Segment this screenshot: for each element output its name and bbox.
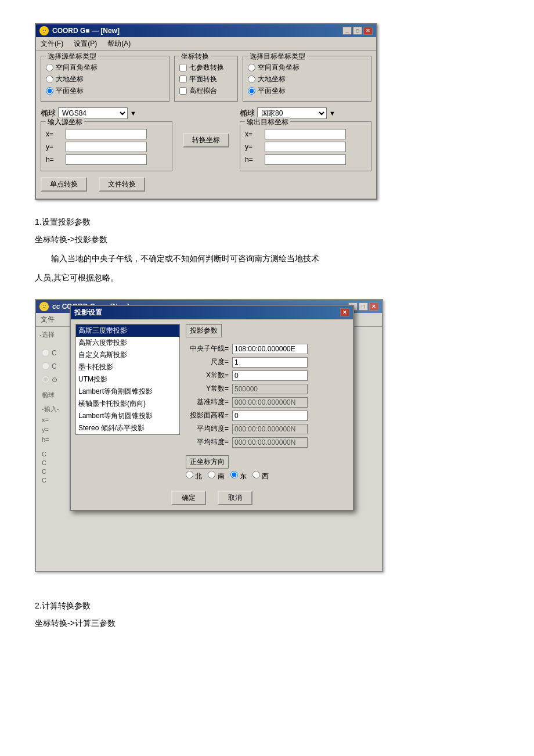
proj-item-4[interactable]: UTM投影 bbox=[76, 373, 179, 386]
single-point-button[interactable]: 单点转换 bbox=[41, 177, 87, 192]
bg-input-group: -输入- bbox=[42, 405, 59, 413]
body-text-3: 输入当地的中央子午线，不确定或不知如何判断时可咨询南方测绘当地技术 bbox=[35, 251, 499, 266]
source-radio-plane[interactable]: 平面坐标 bbox=[46, 86, 164, 96]
nav-text-2: 坐标转换->计算三参数 bbox=[35, 616, 499, 631]
transform-group: 坐标转换 七参数转换 平面转换 高程拟合 bbox=[174, 56, 238, 102]
param-input-proj-height[interactable] bbox=[232, 411, 308, 421]
check-plane[interactable]: 平面转换 bbox=[179, 74, 233, 84]
proj-item-6[interactable]: 横轴墨卡托投影(南向) bbox=[76, 398, 179, 410]
x-input-src[interactable] bbox=[66, 129, 147, 139]
convert-button[interactable]: 转换坐标 bbox=[183, 133, 229, 147]
projection-params: 投影参数 中央子午线= 尺度= X常数= Y常数= bbox=[186, 324, 348, 481]
proj-item-8[interactable]: Stereo 倾斜/赤平投影 bbox=[76, 422, 179, 434]
param-row-avg-lat1: 平均纬度= bbox=[186, 424, 348, 434]
proj-item-3[interactable]: 墨卡托投影 bbox=[76, 361, 179, 373]
param-input-avg-lat1 bbox=[232, 424, 308, 434]
param-label-5: 投影面高程= bbox=[186, 411, 232, 420]
close-button[interactable]: ✕ bbox=[363, 27, 373, 35]
param-row-base-lat: 基准纬度= bbox=[186, 397, 348, 408]
param-input-x-const[interactable] bbox=[232, 370, 308, 381]
bg-radio-c2: C bbox=[42, 459, 59, 466]
target-radio-3d[interactable]: 空间直角坐标 bbox=[248, 63, 366, 73]
param-input-avg-lat2 bbox=[232, 437, 308, 448]
restore-button[interactable]: □ bbox=[353, 27, 362, 35]
output-coord-group: 输出目标坐标 x= y= h= bbox=[240, 121, 371, 171]
x-label-dst: x= bbox=[245, 130, 262, 138]
param-input-y-const[interactable] bbox=[232, 384, 308, 394]
app-icon: 🙂 bbox=[39, 26, 49, 35]
projection-dialog: 投影设置 ✕ 高斯三度带投影 高斯六度带投影 自定义高斯投影 墨卡托投影 UTM… bbox=[70, 305, 354, 511]
target-radio-geo[interactable]: 大地坐标 bbox=[248, 74, 366, 84]
x-label-src: x= bbox=[46, 130, 63, 138]
bg-x: x= bbox=[42, 416, 59, 423]
projection-title: 投影设置 bbox=[74, 308, 102, 318]
param-row-meridian: 中央子午线= bbox=[186, 344, 348, 354]
projection-title-bar: 投影设置 ✕ bbox=[71, 306, 353, 319]
ok-button[interactable]: 确定 bbox=[171, 491, 206, 505]
proj-item-7[interactable]: Lambert等角切圆锥投影 bbox=[76, 410, 179, 422]
bg-select-label: -选择 bbox=[39, 330, 55, 339]
x-input-dst[interactable] bbox=[265, 129, 346, 139]
y-label-dst: y= bbox=[245, 143, 262, 151]
nav-text-1: 坐标转换->投影参数 bbox=[35, 232, 499, 247]
param-input-scale[interactable] bbox=[232, 357, 308, 368]
input-coord-group: 输入源坐标 x= y= h= bbox=[41, 121, 172, 171]
param-label-7: 平均纬度= bbox=[186, 437, 232, 447]
minimize-button[interactable]: _ bbox=[342, 27, 352, 35]
target-radio-plane[interactable]: 平面坐标 bbox=[248, 86, 366, 96]
dialog-container: 🙂 cc COORD G■ — [New] _ □ ✕ 文件 -选择 C C ⊙ bbox=[35, 299, 383, 584]
param-row-x-const: X常数= bbox=[186, 370, 348, 381]
proj-item-0[interactable]: 高斯三度带投影 bbox=[76, 325, 179, 337]
bg-app-icon: 🙂 bbox=[39, 302, 49, 311]
title-buttons: _ □ ✕ bbox=[342, 27, 373, 35]
check-7param[interactable]: 七参数转换 bbox=[179, 63, 233, 73]
source-coord-group: 选择源坐标类型 空间直角坐标 大地坐标 平面坐标 bbox=[41, 56, 169, 102]
body-text-4: 人员,其它可根据忽略。 bbox=[35, 271, 499, 285]
file-convert-button[interactable]: 文件转换 bbox=[99, 177, 145, 192]
param-row-proj-height: 投影面高程= bbox=[186, 411, 348, 421]
param-label-6: 平均纬度= bbox=[186, 424, 232, 434]
bg-radio-c3: C bbox=[42, 468, 59, 475]
y-input-src[interactable] bbox=[66, 142, 147, 152]
menu-settings[interactable]: 设置(P) bbox=[71, 38, 99, 49]
y-input-dst[interactable] bbox=[265, 142, 346, 152]
source-radio-geo[interactable]: 大地坐标 bbox=[46, 74, 164, 84]
h-label-dst: h= bbox=[245, 156, 262, 164]
source-radio-3d[interactable]: 空间直角坐标 bbox=[46, 63, 164, 73]
menu-bar: 文件(F) 设置(P) 帮助(A) bbox=[36, 37, 376, 51]
target-coord-group: 选择目标坐标类型 空间直角坐标 大地坐标 平面坐标 bbox=[243, 56, 371, 102]
check-elevation[interactable]: 高程拟合 bbox=[179, 86, 233, 96]
cancel-button[interactable]: 取消 bbox=[218, 491, 252, 505]
h-label-src: h= bbox=[46, 156, 63, 164]
y-label-src: y= bbox=[46, 143, 63, 151]
bg-radio2: C bbox=[42, 362, 59, 370]
menu-file[interactable]: 文件(F) bbox=[38, 38, 66, 49]
bg-y: y= bbox=[42, 426, 59, 433]
output-coord-label: 输出目标坐标 bbox=[245, 117, 290, 127]
menu-help[interactable]: 帮助(A) bbox=[105, 38, 133, 49]
bg-radio-c1: C bbox=[42, 451, 59, 458]
proj-item-1[interactable]: 高斯六度带投影 bbox=[76, 337, 179, 349]
bg-close: ✕ bbox=[369, 303, 378, 311]
param-row-y-const: Y常数= bbox=[186, 384, 348, 394]
param-row-scale: 尺度= bbox=[186, 357, 348, 368]
projection-close[interactable]: ✕ bbox=[340, 308, 349, 316]
h-input-src[interactable] bbox=[66, 154, 147, 165]
param-input-meridian[interactable] bbox=[232, 344, 308, 354]
param-label-1: 尺度= bbox=[186, 357, 232, 367]
bg-radio-c4: C bbox=[42, 477, 59, 484]
h-input-dst[interactable] bbox=[265, 154, 346, 165]
proj-item-5[interactable]: Lambert等角割圆锥投影 bbox=[76, 386, 179, 398]
proj-item-2[interactable]: 自定义高斯投影 bbox=[76, 349, 179, 361]
params-group-label: 投影参数 bbox=[186, 324, 222, 337]
bg-radio1: C bbox=[42, 349, 59, 357]
param-label-4: 基准纬度= bbox=[186, 397, 232, 407]
direction-group-label: 正坐标方向 bbox=[186, 455, 229, 469]
bg-h: h= bbox=[42, 436, 59, 443]
projection-list[interactable]: 高斯三度带投影 高斯六度带投影 自定义高斯投影 墨卡托投影 UTM投影 Lamb… bbox=[75, 324, 180, 435]
coord-window: 🙂 COORD G■ — [New] _ □ ✕ 文件(F) 设置(P) 帮助(… bbox=[35, 23, 377, 200]
window-title: COORD G■ — [New] bbox=[52, 27, 120, 35]
bg-menu-file: 文件 bbox=[38, 314, 57, 325]
param-label-2: X常数= bbox=[186, 370, 232, 380]
section-2-title: 2.计算转换参数 bbox=[35, 601, 499, 611]
